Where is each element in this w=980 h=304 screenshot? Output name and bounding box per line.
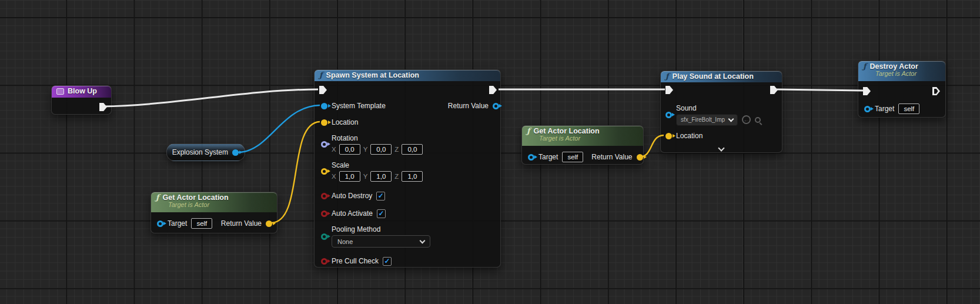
system-template-row: System Template	[321, 100, 386, 112]
exec-in-row	[319, 84, 327, 96]
rotation-x-field[interactable]: 0,0	[339, 144, 360, 155]
scale-x-field[interactable]: 1,0	[339, 171, 360, 182]
z-axis-label: Z	[394, 173, 399, 180]
target-label: Target	[168, 219, 187, 228]
location-input-pin[interactable]	[321, 119, 327, 126]
exec-output-pin[interactable]	[99, 103, 107, 111]
system-template-input-pin[interactable]	[321, 103, 327, 109]
graph-canvas[interactable]: Blow Up Explosion System ƒ Get Actor Loc…	[0, 0, 980, 304]
target-value-field[interactable]: self	[898, 103, 919, 114]
exec-output-pin[interactable]	[489, 86, 497, 94]
pin-row: Target self Return Value	[528, 151, 638, 163]
node-header[interactable]: ƒ Spawn System at Location	[315, 70, 500, 81]
custom-event-icon	[56, 88, 64, 95]
exec-input-pin[interactable]	[863, 87, 871, 95]
rotation-y-field[interactable]: 0,0	[370, 144, 392, 155]
exec-input-pin[interactable]	[319, 86, 327, 94]
rotation-label: Rotation	[332, 134, 358, 142]
use-asset-icon[interactable]: ←	[742, 115, 751, 124]
pooling-method-input-pin[interactable]	[321, 233, 327, 240]
node-explosion-system-variable[interactable]: Explosion System	[166, 143, 245, 161]
location-label: Location	[676, 132, 703, 140]
sound-asset-dropdown[interactable]: sfx_FireBolt_Imp	[676, 114, 738, 126]
return-value-label: Return Value	[591, 153, 632, 161]
exec-out-row	[770, 84, 778, 96]
exec-out-row	[489, 84, 497, 96]
sound-label: Sound	[676, 104, 697, 112]
pooling-method-value: None	[337, 238, 353, 245]
scale-y-field[interactable]: 1,0	[370, 171, 392, 182]
return-value-label: Return Value	[448, 102, 489, 110]
data-wire-location1-spawn[interactable]	[271, 122, 320, 223]
scale-z-field[interactable]: 1,0	[402, 171, 423, 182]
data-wire-explosionsystem-template[interactable]	[238, 105, 320, 152]
exec-output-pin[interactable]	[932, 87, 940, 95]
target-input-pin[interactable]	[864, 106, 871, 112]
target-value-field[interactable]: self	[191, 218, 212, 229]
exec-wire-playsound-destroy[interactable]	[777, 89, 863, 91]
variable-output-pin[interactable]	[232, 149, 239, 156]
expand-advanced-chevron-icon[interactable]	[718, 145, 724, 151]
auto-destroy-input-pin[interactable]	[321, 193, 327, 199]
auto-activate-input-pin[interactable]	[321, 211, 327, 217]
node-title: Get Actor Location	[163, 193, 229, 202]
y-axis-label: Y	[363, 146, 368, 153]
return-value-output-pin[interactable]	[266, 221, 272, 227]
rotation-input-pin[interactable]	[321, 141, 327, 148]
pin-row: Target self Return Value	[157, 218, 272, 229]
return-value-output-pin[interactable]	[637, 154, 643, 161]
auto-destroy-checkbox[interactable]: ✓	[376, 192, 385, 201]
auto-activate-checkbox[interactable]: ✓	[377, 209, 386, 218]
pre-cull-check-label: Pre Cull Check	[332, 257, 379, 265]
node-title: Play Sound at Location	[673, 72, 754, 81]
node-header[interactable]: ƒ Get Actor Location Target is Actor	[151, 192, 277, 212]
pooling-method-label: Pooling Method	[332, 225, 380, 233]
target-value-field[interactable]: self	[562, 152, 583, 162]
node-header[interactable]: Blow Up	[52, 86, 111, 98]
pooling-method-row: Pooling Method None	[321, 224, 430, 249]
node-title: Get Actor Location	[534, 127, 600, 135]
system-template-label: System Template	[332, 102, 386, 110]
target-label: Target	[539, 153, 558, 161]
target-row: Target self	[864, 103, 919, 115]
function-icon: ƒ	[527, 128, 530, 135]
node-destroy-actor[interactable]: ƒ Destroy Actor Target is Actor Target s…	[858, 61, 946, 118]
node-header[interactable]: ƒ Get Actor Location Target is Actor	[522, 126, 643, 146]
pooling-method-dropdown[interactable]: None	[332, 235, 430, 248]
exec-output-pin[interactable]	[770, 86, 778, 94]
node-header[interactable]: ƒ Play Sound at Location	[661, 71, 782, 82]
advanced-pins-row	[661, 143, 782, 155]
node-get-actor-location-1[interactable]: ƒ Get Actor Location Target is Actor Tar…	[150, 192, 277, 233]
variable-label: Explosion System	[172, 148, 228, 156]
target-input-pin[interactable]	[157, 221, 163, 227]
node-subtitle: Target is Actor	[168, 201, 272, 208]
location-input-pin[interactable]	[665, 133, 672, 139]
return-value-output-pin[interactable]	[493, 103, 499, 109]
target-label: Target	[875, 105, 894, 113]
node-blow-up-event[interactable]: Blow Up	[51, 85, 112, 115]
exec-input-pin[interactable]	[665, 86, 673, 94]
auto-activate-label: Auto Activate	[332, 209, 373, 218]
scale-row: Scale X 1,0 Y 1,0 Z 1,0	[321, 159, 423, 183]
x-axis-label: X	[332, 173, 336, 180]
function-icon: ƒ	[863, 63, 867, 70]
auto-activate-row: Auto Activate ✓	[321, 208, 386, 219]
rotation-z-field[interactable]: 0,0	[402, 144, 423, 155]
auto-destroy-label: Auto Destroy	[332, 192, 372, 200]
node-title: Spawn System at Location	[326, 71, 419, 79]
scale-input-pin[interactable]	[321, 168, 327, 175]
return-value-label: Return Value	[221, 219, 262, 228]
pre-cull-check-checkbox[interactable]: ✓	[383, 257, 392, 266]
node-spawn-system-at-location[interactable]: ƒ Spawn System at Location System Templa…	[314, 69, 501, 268]
target-input-pin[interactable]	[528, 154, 534, 161]
exec-out-row	[932, 85, 940, 97]
pre-cull-check-input-pin[interactable]	[321, 258, 327, 265]
location-label: Location	[332, 118, 358, 126]
exec-wire-blowup-spawn[interactable]	[102, 89, 318, 106]
sound-input-pin[interactable]	[665, 112, 672, 118]
node-play-sound-at-location[interactable]: ƒ Play Sound at Location Sound sfx_FireB…	[660, 71, 782, 153]
node-header[interactable]: ƒ Destroy Actor Target is Actor	[858, 61, 945, 81]
node-get-actor-location-2[interactable]: ƒ Get Actor Location Target is Actor Tar…	[521, 125, 644, 165]
browse-asset-icon[interactable]	[755, 117, 761, 123]
y-axis-label: Y	[363, 173, 368, 180]
